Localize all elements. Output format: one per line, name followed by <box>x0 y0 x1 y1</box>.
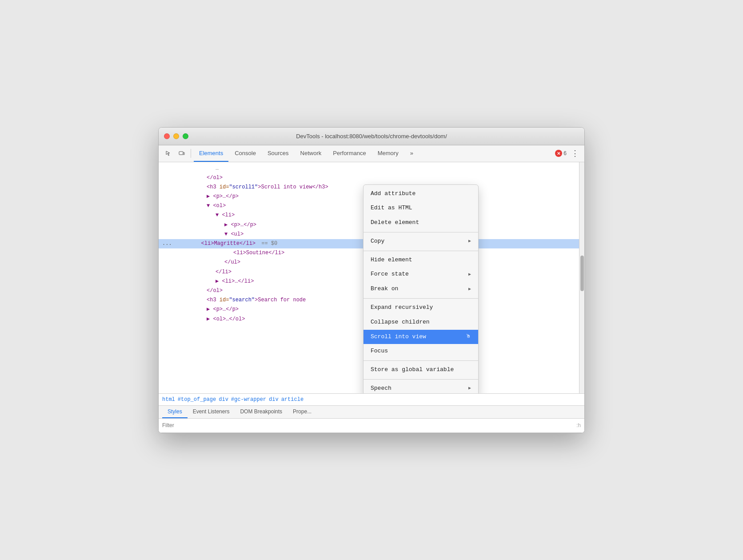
ctx-speech[interactable]: Speech ▶ <box>364 381 478 393</box>
devtools-window: DevTools - localhost:8080/web/tools/chro… <box>158 127 585 433</box>
ctx-expand-recursively[interactable]: Expand recursively <box>364 300 478 315</box>
tab-sources[interactable]: Sources <box>262 145 294 162</box>
ctx-break-on-arrow: ▶ <box>468 286 471 293</box>
ctx-force-state-arrow: ▶ <box>468 271 471 278</box>
traffic-lights <box>164 133 188 139</box>
tab-console[interactable]: Console <box>229 145 261 162</box>
error-badge[interactable]: ✕ 6 <box>555 150 567 157</box>
breadcrumb-top-of-page[interactable]: #top_of_page <box>178 396 216 403</box>
ctx-separator-1 <box>364 232 478 232</box>
tab-memory[interactable]: Memory <box>372 145 404 162</box>
toolbar: Elements Console Sources Network Perform… <box>159 145 584 162</box>
ctx-copy-arrow: ▶ <box>468 238 471 245</box>
svg-rect-1 <box>184 152 185 155</box>
breadcrumb-gc-wrapper[interactable]: #gc-wrapper <box>231 396 266 403</box>
title-bar: DevTools - localhost:8080/web/tools/chro… <box>159 128 584 145</box>
main-content: … </ol> <h3 id="scroll1">Scroll into vie… <box>159 162 584 393</box>
device-mode-icon[interactable] <box>176 147 188 160</box>
tab-dom-breakpoints[interactable]: DOM Breakpoints <box>235 406 288 418</box>
ctx-edit-html[interactable]: Edit as HTML <box>364 201 478 216</box>
ctx-hide-element[interactable]: Hide element <box>364 253 478 268</box>
ctx-separator-5 <box>364 379 478 380</box>
select-element-icon[interactable] <box>162 147 175 160</box>
ctx-separator-3 <box>364 298 478 299</box>
elements-panel[interactable]: … </ol> <h3 id="scroll1">Scroll into vie… <box>159 162 584 393</box>
minimize-button[interactable] <box>173 133 179 139</box>
ctx-force-state[interactable]: Force state ▶ <box>364 267 478 282</box>
scroll-thumb[interactable] <box>580 256 584 291</box>
tab-properties[interactable]: Prope... <box>288 406 317 418</box>
ctx-focus[interactable]: Focus <box>364 344 478 359</box>
scrollbar[interactable] <box>579 162 584 393</box>
ctx-delete-element[interactable]: Delete element <box>364 216 478 230</box>
error-count: 6 <box>563 150 567 156</box>
ctx-copy[interactable]: Copy ▶ <box>364 234 478 249</box>
breadcrumb-div2[interactable]: div <box>269 396 279 403</box>
ctx-scroll-into-view[interactable]: Scroll into view 🖱 <box>364 330 478 344</box>
context-menu: Add attribute Edit as HTML Delete elemen… <box>363 184 479 393</box>
elem-line: </ol> <box>159 173 584 183</box>
maximize-button[interactable] <box>183 133 188 139</box>
breadcrumb-html[interactable]: html <box>162 396 175 403</box>
breadcrumb-article[interactable]: article <box>281 396 304 403</box>
tab-more[interactable]: » <box>405 145 419 162</box>
error-icon: ✕ <box>555 150 562 157</box>
filter-bar: :h <box>159 419 584 433</box>
toolbar-divider <box>191 149 191 158</box>
ctx-speech-arrow: ▶ <box>468 385 471 392</box>
ctx-break-on[interactable]: Break on ▶ <box>364 282 478 296</box>
ctx-separator-2 <box>364 251 478 251</box>
bottom-panel: Styles Event Listeners DOM Breakpoints P… <box>159 405 584 433</box>
ctx-collapse-children[interactable]: Collapse children <box>364 315 478 330</box>
tab-event-listeners[interactable]: Event Listeners <box>188 406 235 418</box>
window-title: DevTools - localhost:8080/web/tools/chro… <box>296 133 447 140</box>
tab-elements[interactable]: Elements <box>194 145 228 162</box>
tab-styles[interactable]: Styles <box>162 406 188 418</box>
tab-performance[interactable]: Performance <box>328 145 371 162</box>
breadcrumb-div1[interactable]: div <box>219 396 228 403</box>
svg-rect-0 <box>179 152 183 155</box>
ctx-store-global[interactable]: Store as global variable <box>364 363 478 377</box>
ctx-separator-4 <box>364 360 478 361</box>
elem-line: … <box>159 164 584 173</box>
bottom-tabs: Styles Event Listeners DOM Breakpoints P… <box>159 406 584 419</box>
tab-network[interactable]: Network <box>295 145 327 162</box>
ctx-add-attribute[interactable]: Add attribute <box>364 187 478 201</box>
close-button[interactable] <box>164 133 170 139</box>
more-options-icon[interactable]: ⋮ <box>569 147 581 160</box>
breadcrumb-bar: html #top_of_page div #gc-wrapper div ar… <box>159 393 584 405</box>
toolbar-right: ✕ 6 ⋮ <box>555 147 581 160</box>
filter-h-label: :h <box>576 422 581 428</box>
filter-input[interactable] <box>162 422 576 428</box>
